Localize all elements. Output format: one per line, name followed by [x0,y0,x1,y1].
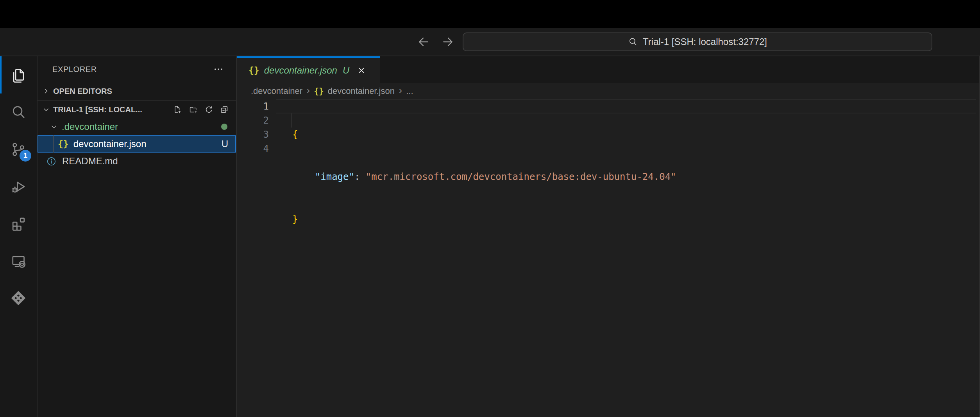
workbench: 1 [0,56,980,417]
breadcrumb-symbol[interactable]: ... [406,86,413,96]
json-file-icon: {} [314,86,324,96]
debug-icon [9,178,27,196]
tab-close-button[interactable] [356,65,367,75]
title-bar: Trial-1 [SSH: localhost:32772] [0,28,980,56]
close-icon [356,65,367,75]
chevron-right-icon: › [306,86,310,95]
code-line-4 [292,254,975,268]
tab-bar: {} devcontainer.json U [237,56,979,83]
tree-item-devcontainer-folder[interactable]: .devcontainer [38,118,236,135]
remote-monitor-icon [9,252,27,270]
tree-item-readme[interactable]: README.md [38,153,236,170]
breadcrumb-file[interactable]: devcontainer.json [328,86,395,96]
chevron-right-icon: › [399,86,402,95]
open-brace-token: { [292,129,298,140]
close-brace-token: } [292,214,298,225]
arrow-left-icon [417,35,430,49]
breadcrumb: .devcontainer › {} devcontainer.json › .… [237,83,979,99]
git-untracked-badge: U [222,138,228,149]
workspace-label: TRIAL-1 [SSH: LOCAL... [53,105,173,114]
workspace-section-header[interactable]: TRIAL-1 [SSH: LOCAL... [38,101,236,118]
extensions-icon [9,215,27,233]
command-center[interactable]: Trial-1 [SSH: localhost:32772] [463,32,932,51]
activity-item-search[interactable] [0,93,37,131]
indent-token [292,171,315,182]
chevron-down-icon [41,105,51,114]
selected-file-name: devcontainer.json [73,138,147,149]
open-editors-label: OPEN EDITORS [53,87,112,96]
vscode-window: Trial-1 [SSH: localhost:32772] [0,0,980,417]
collapse-all-icon[interactable] [220,105,229,114]
line-number-gutter[interactable]: 1 2 3 4 [237,99,269,156]
workspace-actions [173,105,229,114]
top-black-strip [0,0,980,28]
sidebar-title: EXPLORER [52,65,213,74]
line-number[interactable]: 2 [237,113,269,128]
activity-item-remote-explorer[interactable] [0,242,37,279]
new-folder-icon[interactable] [188,105,198,114]
colon-token: : [354,171,366,182]
source-control-badge: 1 [20,150,31,162]
activity-item-marketplace[interactable] [0,279,37,316]
activity-item-source-control[interactable]: 1 [0,131,37,168]
readme-file-name: README.md [62,156,118,167]
json-key-token: "image" [315,171,354,182]
files-icon [9,66,27,84]
open-editors-section[interactable]: OPEN EDITORS [38,82,236,101]
activity-bar: 1 [0,56,38,417]
tab-untracked-badge: U [343,65,349,76]
code-line-3: } [292,212,975,226]
git-modified-dot [221,124,227,130]
folder-name: .devcontainer [62,121,118,132]
line-number[interactable]: 4 [237,142,269,156]
tab-label: devcontainer.json [264,65,337,76]
source-control-badge-count: 1 [23,151,28,160]
back-button[interactable] [415,33,432,50]
breadcrumb-folder[interactable]: .devcontainer [251,86,302,96]
json-file-icon: {} [58,139,69,149]
code-line-2: "image": "mcr.microsoft.com/devcontainer… [292,170,975,184]
chevron-down-icon [49,122,59,131]
line-number[interactable]: 1 [237,99,269,113]
code-editor[interactable]: 1 2 3 4 { "image": "mcr.microsoft.com/de… [237,99,979,417]
code-content[interactable]: { "image": "mcr.microsoft.com/devcontain… [292,99,975,297]
refresh-icon[interactable] [204,105,213,114]
line-number[interactable]: 3 [237,128,269,142]
diamond-icon [9,289,27,307]
new-file-icon[interactable] [173,105,182,114]
activity-item-extensions[interactable] [0,205,37,242]
info-icon [46,156,57,167]
code-line-1: { [292,128,975,142]
ellipsis-icon[interactable] [213,63,224,75]
search-icon [628,37,638,47]
tree-item-devcontainer-json[interactable]: {} devcontainer.json U [38,135,236,153]
sidebar-header: EXPLORER [38,56,236,82]
chevron-right-icon [41,86,51,96]
tree-indent-guide [53,135,54,153]
activity-item-explorer[interactable] [0,56,37,93]
json-value-token: "mcr.microsoft.com/devcontainers/base:de… [366,171,676,182]
explorer-sidebar: EXPLORER OPEN EDITORS TRIAL-1 [SSH: LOCA… [38,56,237,417]
tab-devcontainer-json[interactable]: {} devcontainer.json U [237,56,380,83]
forward-button[interactable] [439,33,456,50]
activity-item-run-debug[interactable] [0,168,37,205]
arrow-right-icon [441,35,454,49]
json-file-icon: {} [249,65,259,75]
editor-group: {} devcontainer.json U .devcontainer › {… [237,56,980,417]
window-title: Trial-1 [SSH: localhost:32772] [643,36,767,47]
history-nav [415,28,456,56]
search-icon [9,103,27,121]
